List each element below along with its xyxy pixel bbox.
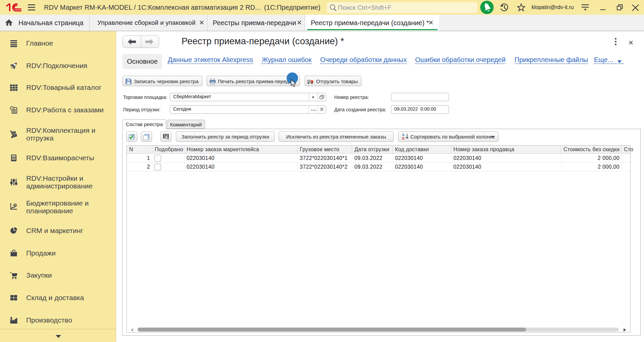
svg-text:Я: Я <box>402 137 404 140</box>
svg-text:₽: ₽ <box>14 204 16 207</box>
svg-text:А: А <box>402 133 404 137</box>
